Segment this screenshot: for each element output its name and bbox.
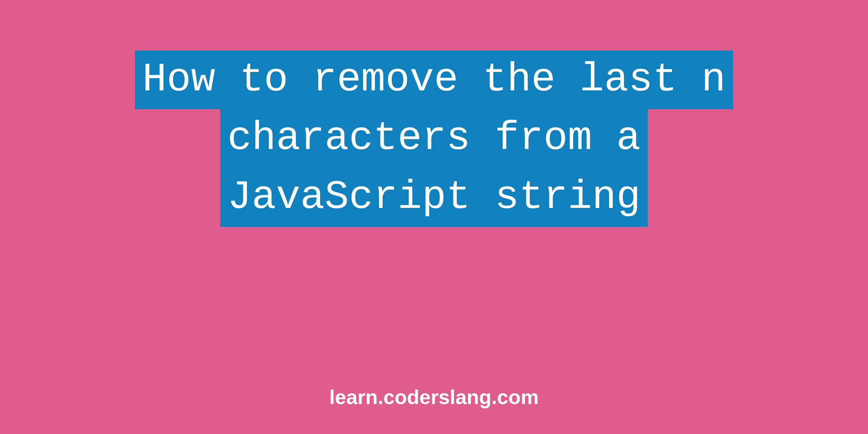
heading-line-3: JavaScript string <box>220 168 648 227</box>
heading-line-1: How to remove the last n <box>135 51 733 109</box>
heading-line-2: characters from a <box>220 109 648 168</box>
article-heading: How to remove the last n characters from… <box>135 51 733 227</box>
site-url: learn.coderslang.com <box>329 385 539 409</box>
